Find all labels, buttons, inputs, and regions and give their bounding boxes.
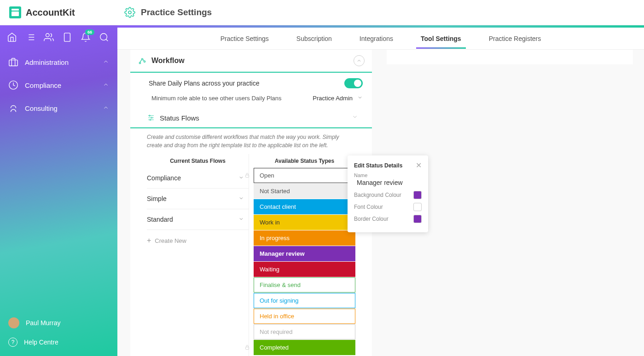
status-item[interactable]: Not required bbox=[254, 324, 355, 339]
sidebar-item-compliance[interactable]: Compliance bbox=[0, 74, 117, 97]
logo-area: AccountKit bbox=[0, 6, 117, 18]
status-item[interactable]: Work in bbox=[254, 215, 355, 230]
border-color-swatch[interactable] bbox=[413, 215, 422, 223]
notification-badge: 66 bbox=[85, 29, 94, 35]
bg-color-label: Background Colour bbox=[354, 192, 413, 198]
status-item[interactable]: Finalise & send bbox=[254, 277, 355, 293]
right-blank-panel bbox=[387, 50, 633, 64]
status-box[interactable]: Not Started bbox=[254, 184, 355, 199]
user-profile[interactable]: Paul Murray bbox=[0, 313, 117, 333]
status-flows-help: Create and customise different workflows… bbox=[130, 128, 372, 154]
edit-status-popup: Edit Status Details ✕ Name Manager revie… bbox=[348, 155, 428, 232]
tab-practice-settings[interactable]: Practice Settings bbox=[220, 29, 269, 49]
collapse-button[interactable] bbox=[354, 55, 365, 66]
svg-point-10 bbox=[100, 33, 107, 40]
users-icon[interactable] bbox=[44, 32, 54, 44]
help-label: Help Centre bbox=[24, 339, 58, 346]
border-color-label: Border Colour bbox=[354, 216, 413, 222]
status-item[interactable]: Held in office bbox=[254, 309, 355, 324]
svg-point-7 bbox=[46, 33, 49, 36]
lock-icon bbox=[244, 172, 250, 180]
workflow-panel: Workflow Share Daily Plans across your p… bbox=[130, 50, 372, 356]
plus-icon: + bbox=[147, 236, 151, 245]
popup-title: Edit Status Details bbox=[354, 162, 416, 169]
chevron-up-icon bbox=[103, 81, 109, 89]
status-box[interactable]: Contact client bbox=[254, 199, 355, 214]
status-box[interactable]: In progress bbox=[254, 230, 355, 246]
font-color-swatch[interactable] bbox=[413, 203, 422, 211]
flow-item-compliance[interactable]: Compliance bbox=[147, 168, 249, 189]
home-icon[interactable] bbox=[7, 32, 17, 44]
sidebar-item-label: Consulting bbox=[25, 104, 58, 112]
sidebar-bottom: Paul Murray ? Help Centre bbox=[0, 313, 117, 351]
tab-integrations[interactable]: Integrations bbox=[360, 29, 393, 49]
chevron-down-icon bbox=[238, 216, 244, 223]
sidebar-item-administration[interactable]: Administration bbox=[0, 51, 117, 74]
min-role-value[interactable]: Practice Admin bbox=[313, 95, 353, 102]
status-box[interactable]: Finalise & send bbox=[254, 277, 355, 293]
col-left-header: Current Status Flows bbox=[147, 154, 249, 168]
current-status-flows-column: Current Status Flows Compliance Simple S… bbox=[130, 154, 249, 356]
status-item[interactable]: Out for signing bbox=[254, 293, 355, 308]
sidebar: 66 Administration Compliance Consulting … bbox=[0, 25, 117, 356]
help-icon: ? bbox=[8, 338, 17, 347]
status-flows-columns: Current Status Flows Compliance Simple S… bbox=[130, 154, 372, 356]
status-box[interactable]: Out for signing bbox=[254, 293, 355, 308]
status-flows-title: Status Flows bbox=[160, 114, 352, 122]
sidebar-nav: Administration Compliance Consulting bbox=[0, 51, 117, 120]
chevron-down-icon bbox=[238, 174, 244, 182]
workflow-title: Workflow bbox=[151, 57, 354, 65]
border-color-row: Border Colour bbox=[354, 215, 422, 223]
list-icon[interactable] bbox=[25, 32, 35, 44]
status-box[interactable]: Completed bbox=[254, 340, 355, 355]
share-daily-plans-row: Share Daily Plans across your practice bbox=[130, 73, 372, 92]
svg-rect-24 bbox=[246, 347, 249, 350]
bg-color-row: Background Colour bbox=[354, 191, 422, 199]
status-box[interactable]: Work in bbox=[254, 215, 355, 230]
chevron-up-icon bbox=[103, 58, 109, 66]
flow-item-simple[interactable]: Simple bbox=[147, 189, 249, 209]
bg-color-swatch[interactable] bbox=[413, 191, 422, 199]
name-input[interactable]: Manager review bbox=[354, 179, 422, 186]
svg-line-11 bbox=[106, 39, 108, 41]
status-box[interactable]: Open bbox=[254, 168, 355, 183]
device-icon[interactable] bbox=[62, 32, 72, 44]
flow-label: Compliance bbox=[147, 174, 181, 182]
status-item[interactable]: Completed bbox=[254, 340, 355, 355]
tab-practice-registers[interactable]: Practice Registers bbox=[489, 29, 541, 49]
close-icon[interactable]: ✕ bbox=[416, 161, 422, 170]
sidebar-item-consulting[interactable]: Consulting bbox=[0, 97, 117, 120]
share-daily-plans-toggle[interactable] bbox=[344, 78, 363, 88]
notification-icon[interactable]: 66 bbox=[81, 32, 91, 44]
svg-rect-23 bbox=[246, 175, 249, 178]
min-role-label: Minimum role able to see other users Dai… bbox=[151, 95, 282, 102]
sidebar-item-label: Compliance bbox=[25, 81, 61, 89]
chevron-down-icon bbox=[352, 114, 363, 122]
tab-tool-settings[interactable]: Tool Settings bbox=[421, 29, 461, 49]
page-title-area: Practice Settings bbox=[117, 7, 212, 18]
min-role-row: Minimum role able to see other users Dai… bbox=[130, 92, 372, 108]
status-flows-header[interactable]: Status Flows bbox=[130, 108, 372, 128]
svg-rect-8 bbox=[64, 33, 70, 41]
create-new-flow[interactable]: + Create New bbox=[147, 230, 249, 251]
flow-item-standard[interactable]: Standard bbox=[147, 209, 249, 230]
logo-icon bbox=[9, 6, 21, 18]
status-box[interactable]: Held in office bbox=[254, 309, 355, 324]
tab-subscription[interactable]: Subscription bbox=[296, 29, 332, 49]
status-item[interactable]: Contact client bbox=[254, 199, 355, 214]
status-item[interactable]: Open bbox=[254, 168, 355, 183]
status-item[interactable]: Not Started bbox=[254, 184, 355, 199]
workflow-header: Workflow bbox=[130, 50, 372, 73]
status-box[interactable]: Manager review bbox=[254, 246, 355, 261]
status-item[interactable]: Manager review bbox=[254, 246, 355, 261]
app-name: AccountKit bbox=[26, 7, 75, 18]
svg-rect-12 bbox=[9, 60, 17, 66]
col-right-header: Available Status Types bbox=[254, 154, 355, 168]
status-item[interactable]: In progress bbox=[254, 230, 355, 246]
sidebar-item-label: Administration bbox=[25, 58, 69, 66]
status-box[interactable]: Not required bbox=[254, 324, 355, 339]
search-icon[interactable] bbox=[99, 32, 109, 44]
help-centre[interactable]: ? Help Centre bbox=[0, 333, 117, 351]
status-box[interactable]: Waiting bbox=[254, 262, 355, 277]
status-item[interactable]: Waiting bbox=[254, 262, 355, 277]
